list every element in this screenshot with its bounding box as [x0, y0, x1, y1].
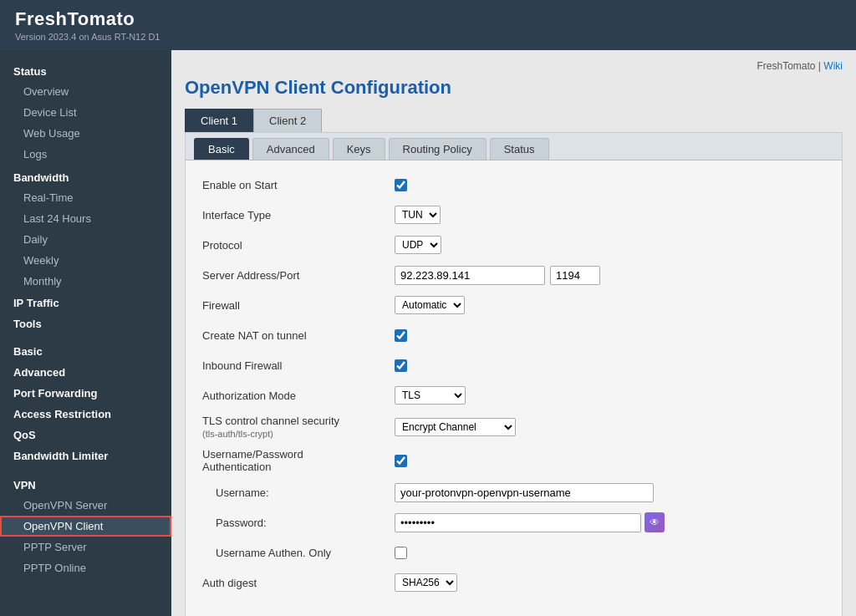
- sidebar-group-status: Status: [0, 59, 171, 81]
- config-panel: Basic Advanced Keys Routing Policy Statu…: [185, 132, 843, 616]
- sidebar-item-bandwidth-limiter[interactable]: Bandwidth Limiter: [0, 445, 171, 466]
- sidebar-item-weekly[interactable]: Weekly: [0, 250, 171, 271]
- sidebar-item-ip-traffic[interactable]: IP Traffic: [0, 292, 171, 313]
- tls-control-label: TLS control channel security (tls-auth/t…: [202, 415, 395, 440]
- password-label: Password:: [202, 517, 395, 529]
- inbound-firewall-label: Inbound Firewall: [202, 359, 395, 372]
- sidebar-item-device-list[interactable]: Device List: [0, 102, 171, 123]
- password-eye-icon[interactable]: 👁: [645, 512, 665, 532]
- username-input[interactable]: [395, 483, 654, 502]
- server-address-input[interactable]: [395, 266, 545, 285]
- auth-digest-label: Auth digest: [202, 577, 395, 589]
- client-tab-2[interactable]: Client 2: [253, 109, 322, 132]
- auth-mode-select[interactable]: TLS Static Key: [395, 386, 466, 405]
- username-authen-only-label: Username Authen. Only: [202, 547, 395, 559]
- app-header: FreshTomato Version 2023.4 on Asus RT-N1…: [0, 0, 856, 50]
- username-password-auth-label: Username/Password Authentication: [202, 448, 395, 473]
- brand-label: FreshTomato: [757, 60, 816, 72]
- enable-on-start-label: Enable on Start: [202, 179, 395, 191]
- page-title: OpenVPN Client Configuration: [185, 77, 843, 99]
- sidebar-item-access-restriction[interactable]: Access Restriction: [0, 403, 171, 424]
- server-address-group: [395, 266, 600, 285]
- server-address-label: Server Address/Port: [202, 269, 395, 282]
- inbound-firewall-checkbox[interactable]: [395, 359, 407, 372]
- main-content: FreshTomato | Wiki OpenVPN Client Config…: [171, 50, 856, 616]
- sidebar-item-web-usage[interactable]: Web Usage: [0, 123, 171, 144]
- sub-tab-routing-policy[interactable]: Routing Policy: [389, 138, 487, 160]
- separator: |: [816, 60, 824, 72]
- sidebar-group-vpn: VPN: [0, 472, 171, 495]
- tls-control-select[interactable]: Encrypt Channel Authenticate Channel Non…: [395, 418, 516, 436]
- password-input[interactable]: [395, 513, 641, 532]
- sidebar-item-real-time[interactable]: Real-Time: [0, 187, 171, 208]
- sidebar-item-pptp-server[interactable]: PPTP Server: [0, 537, 171, 557]
- firewall-select[interactable]: Automatic Enable Disable: [395, 296, 465, 314]
- sidebar-item-qos[interactable]: QoS: [0, 424, 171, 445]
- interface-type-select[interactable]: TUN TAP: [395, 206, 441, 224]
- username-authen-only-checkbox[interactable]: [395, 547, 407, 559]
- sub-tab-status[interactable]: Status: [490, 138, 549, 160]
- sidebar-item-daily[interactable]: Daily: [0, 229, 171, 250]
- sidebar-item-basic[interactable]: Basic: [0, 340, 171, 361]
- form-row-auth-digest: Auth digest SHA256 SHA1 MD5: [202, 572, 825, 593]
- form-row-create-nat: Create NAT on tunnel: [202, 324, 825, 346]
- form-row-enable-on-start: Enable on Start: [202, 174, 825, 196]
- form-row-username-authen-only: Username Authen. Only: [202, 542, 825, 563]
- sidebar-item-monthly[interactable]: Monthly: [0, 271, 171, 292]
- sub-tab-keys[interactable]: Keys: [333, 138, 385, 160]
- sidebar-item-last-24h[interactable]: Last 24 Hours: [0, 208, 171, 229]
- enable-on-start-checkbox[interactable]: [395, 179, 407, 191]
- sidebar-item-openvpn-client[interactable]: OpenVPN Client: [0, 516, 171, 537]
- auth-mode-label: Authorization Mode: [202, 389, 395, 402]
- username-password-auth-checkbox[interactable]: [395, 455, 407, 467]
- form-row-protocol: Protocol UDP TCP: [202, 234, 825, 256]
- form-area: Enable on Start Interface Type TUN TAP P…: [186, 160, 842, 615]
- password-group: 👁: [395, 512, 665, 532]
- form-row-tls-control: TLS control channel security (tls-auth/t…: [202, 415, 825, 440]
- form-row-firewall: Firewall Automatic Enable Disable: [202, 294, 825, 316]
- encrypt-channel-group: Encrypt Channel Authenticate Channel Non…: [395, 418, 516, 436]
- create-nat-checkbox[interactable]: [395, 329, 407, 342]
- form-row-server-address: Server Address/Port: [202, 264, 825, 286]
- username-label: Username:: [202, 486, 395, 499]
- sidebar-item-overview[interactable]: Overview: [0, 81, 171, 102]
- form-row-password: Password: 👁: [202, 512, 825, 533]
- client-tabs: Client 1 Client 2: [185, 109, 843, 132]
- sidebar-item-pptp-online[interactable]: PPTP Online: [0, 557, 171, 578]
- sidebar-group-bandwidth: Bandwidth: [0, 165, 171, 187]
- create-nat-label: Create NAT on tunnel: [202, 329, 395, 342]
- firewall-label: Firewall: [202, 299, 395, 312]
- form-row-interface-type: Interface Type TUN TAP: [202, 204, 825, 226]
- auth-digest-select[interactable]: SHA256 SHA1 MD5: [395, 573, 457, 592]
- form-row-username-password-auth: Username/Password Authentication: [202, 448, 825, 473]
- server-port-input[interactable]: [550, 266, 600, 285]
- app-version: Version 2023.4 on Asus RT-N12 D1: [15, 32, 841, 42]
- form-row-inbound-firewall: Inbound Firewall: [202, 354, 825, 376]
- sidebar-item-tools[interactable]: Tools: [0, 313, 171, 333]
- interface-type-label: Interface Type: [202, 209, 395, 221]
- protocol-label: Protocol: [202, 239, 395, 252]
- form-row-username: Username:: [202, 481, 825, 503]
- client-tab-1[interactable]: Client 1: [185, 109, 253, 132]
- app-title: FreshTomato: [15, 8, 841, 30]
- top-right-links: FreshTomato | Wiki: [185, 60, 843, 72]
- sub-tab-advanced[interactable]: Advanced: [252, 138, 329, 160]
- wiki-link[interactable]: Wiki: [823, 60, 843, 72]
- sidebar-item-logs[interactable]: Logs: [0, 144, 171, 165]
- protocol-select[interactable]: UDP TCP: [395, 236, 441, 254]
- sub-tabs: Basic Advanced Keys Routing Policy Statu…: [186, 133, 842, 160]
- sidebar-item-advanced[interactable]: Advanced: [0, 361, 171, 382]
- sub-tab-basic[interactable]: Basic: [194, 138, 249, 160]
- sidebar-item-port-forwarding[interactable]: Port Forwarding: [0, 382, 171, 403]
- sidebar: Status Overview Device List Web Usage Lo…: [0, 50, 171, 616]
- sidebar-item-openvpn-server[interactable]: OpenVPN Server: [0, 495, 171, 516]
- form-row-auth-mode: Authorization Mode TLS Static Key: [202, 384, 825, 406]
